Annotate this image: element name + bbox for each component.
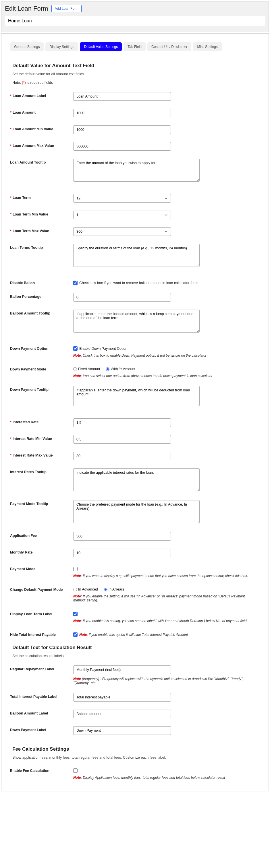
label-payment-mode-tooltip: Payment Mode Tooltip (10, 500, 73, 506)
label-regular-repayment: Regular Repayment Label (10, 665, 73, 671)
form-name-input[interactable] (5, 16, 265, 26)
input-interest-rate[interactable] (73, 418, 171, 427)
label-hide-total-interest: Hide Total Interest Payable (10, 631, 73, 637)
label-disable-ballon: Disable Ballon (10, 279, 73, 285)
textarea-loan-amount-tooltip[interactable] (73, 159, 199, 182)
section-calc-result: Default Text for Calculation Result Set … (10, 645, 260, 735)
note-down-payment-mode: Note: You can select one option from abo… (73, 374, 251, 378)
label-loan-amount: *Loan Amount (10, 109, 73, 115)
textarea-loan-terms-tooltip[interactable] (73, 244, 199, 267)
select-loan-term[interactable]: 12 (73, 194, 171, 203)
input-interest-rate-min[interactable] (73, 435, 171, 444)
checkbox-down-payment-option[interactable] (73, 346, 78, 351)
input-loan-amount-label[interactable] (73, 92, 171, 101)
label-loan-amount-tooltip: Loan Amount Tooltip (10, 159, 73, 164)
note-payment-mode: Note: If you want to display a specific … (73, 574, 251, 578)
input-application-fee[interactable] (73, 532, 171, 540)
label-payment-mode: Payment Mode (10, 565, 73, 571)
section-calc-subtitle: Set the calculation results labels (12, 654, 260, 658)
section-fee-subtitle: Show application fees, monthly fees, tot… (12, 755, 260, 760)
label-loan-term-max: *Loan Term Max Value (10, 227, 73, 233)
label-loan-term: *Loan Term (10, 194, 73, 200)
section-fee-calc: Fee Calculation Settings Show applicatio… (10, 746, 260, 780)
label-down-payment: Down Payment Label (10, 726, 73, 732)
label-change-default-payment-mode: Change Default Payment Mode (10, 586, 73, 592)
section-default-amount: Default Value for Amount Text Field Set … (10, 63, 260, 637)
tab-tab-field[interactable]: Tab Field (124, 42, 145, 51)
section-heading: Default Value for Amount Text Field (12, 63, 260, 69)
label-down-payment-tooltip: Down Payment Tooltip (10, 386, 73, 392)
tab-misc-settings[interactable]: Misc Settings (193, 42, 221, 51)
label-ballon-percentage: Ballon Percentage (10, 293, 73, 299)
label-enable-fee: Enable Fee Calculation (10, 767, 73, 773)
textarea-interest-rates-tooltip[interactable] (73, 468, 199, 491)
tab-contact-disclaimer[interactable]: Contact Us / Disclaimer (147, 42, 191, 51)
input-interest-rate-max[interactable] (73, 452, 171, 460)
section-subtitle: Set the default value for all amount tex… (12, 72, 260, 76)
input-regular-repayment[interactable] (73, 665, 171, 674)
label-balloon-amount: Balloon Amount Label (10, 710, 73, 715)
label-interest-rate: *Interested Rate (10, 418, 73, 424)
radio-cdpm-arrears[interactable] (104, 588, 107, 591)
label-loan-amount-max: *Loan Amount Max Value (10, 142, 73, 148)
label-application-fee: Application Fee (10, 532, 73, 538)
textarea-down-payment-tooltip[interactable] (73, 386, 199, 406)
checkbox-display-loan-term-label[interactable] (73, 612, 78, 616)
input-loan-amount-max[interactable] (73, 142, 171, 151)
page-header: Edit Loan Form Add Loan Form (1, 1, 269, 32)
label-balloon-tooltip: Balloon Amount Tooltip (10, 310, 73, 315)
required-note: Note: (*) is required fields (12, 81, 260, 85)
checkbox-hide-total-interest[interactable] (73, 632, 78, 637)
page-title: Edit Loan Form (5, 5, 48, 12)
radio-cdpm-advanced[interactable] (73, 588, 77, 591)
label-loan-terms-tooltip: Loan Terms Tooltip (10, 244, 73, 250)
settings-panel: General Settings Display Settings Defaul… (1, 33, 269, 792)
settings-tabs: General Settings Display Settings Defaul… (10, 42, 260, 51)
textarea-balloon-tooltip[interactable] (73, 310, 199, 333)
input-ballon-percentage[interactable] (73, 293, 171, 302)
tab-general-settings[interactable]: General Settings (10, 42, 44, 51)
note-change-default-payment-mode: Note: If you enable the setting, it will… (73, 594, 251, 602)
input-balloon-amount-label[interactable] (73, 710, 171, 718)
radio-dp-fixed[interactable] (73, 367, 77, 371)
radio-dp-percent[interactable] (106, 367, 109, 371)
checkbox-disable-ballon-text: Check this box if you want to remove bal… (79, 281, 198, 285)
select-loan-term-min[interactable]: 1 (73, 211, 171, 219)
checkbox-payment-mode[interactable] (73, 567, 78, 571)
label-loan-amount-min: *Loan Amount Min Value (10, 125, 73, 131)
input-loan-amount-min[interactable] (73, 125, 171, 134)
note-down-payment-option: Note: Check this box to enable Down Paym… (73, 353, 251, 358)
note-enable-fee: Note: Display Application fees, monthly … (73, 776, 251, 780)
label-display-loan-term-label: Display Loan Term Label (10, 610, 73, 616)
input-down-payment-label[interactable] (73, 726, 171, 735)
textarea-payment-mode-tooltip[interactable] (73, 500, 199, 523)
label-interest-rates-tooltip: Interest Rates Tooltip (10, 468, 73, 474)
section-fee-heading: Fee Calculation Settings (12, 746, 260, 752)
note-regular-repayment: Note {frequency} : Frequency will replac… (73, 677, 251, 685)
label-interest-rate-max: *Interest Rate Max Value (10, 452, 73, 457)
select-loan-term-max[interactable]: 360 (73, 227, 171, 236)
input-monthly-rate[interactable] (73, 549, 171, 557)
tab-display-settings[interactable]: Display Settings (45, 42, 78, 51)
label-down-payment-mode: Down Payment Mode (10, 366, 73, 371)
section-calc-heading: Default Text for Calculation Result (12, 645, 260, 651)
add-loan-form-button[interactable]: Add Loan Form (51, 5, 82, 12)
label-interest-rate-min: *Interest Rate Min Value (10, 435, 73, 441)
input-total-interest-payable[interactable] (73, 693, 171, 702)
input-loan-amount[interactable] (73, 109, 171, 117)
checkbox-disable-ballon[interactable] (73, 281, 78, 285)
note-hide-total-interest: Note: if you enable this option it will … (79, 633, 188, 637)
checkbox-enable-fee[interactable] (73, 769, 78, 773)
label-loan-term-min: *Loan Term Min Value (10, 211, 73, 216)
note-display-loan-term-label: Note: If you enable this setting, you ca… (73, 619, 251, 623)
label-total-interest-payable: Total Interest Payable Label (10, 693, 73, 699)
checkbox-down-payment-option-text: Enable Down Payment Option (79, 347, 127, 351)
label-down-payment-option: Down Payment Option (10, 345, 73, 351)
tab-default-value-settings[interactable]: Default Value Settings (80, 42, 122, 51)
label-monthly-rate: Monthly Rate (10, 549, 73, 554)
label-loan-amount-label: *Loan Amount Label (10, 92, 73, 98)
